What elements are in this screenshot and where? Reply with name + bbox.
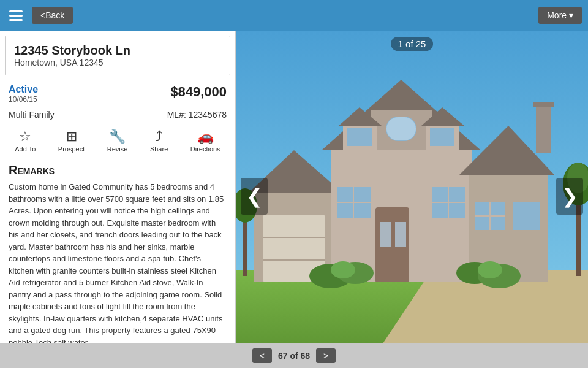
property-type: Multi Family (9, 110, 55, 120)
more-button[interactable]: More ▾ (538, 7, 582, 24)
price: $849,000 (170, 84, 227, 100)
share-icon: ⤴ (156, 130, 162, 144)
status-date: 10/06/15 (9, 95, 38, 104)
ml-number: ML#: 12345678 (167, 110, 227, 120)
status-badge: Active (9, 84, 38, 95)
photo-panel: 1 of 25 ❮ ❯ (236, 31, 588, 362)
add-to-label: Add To (15, 145, 36, 153)
wrench-icon: 🔧 (109, 130, 126, 144)
svg-rect-19 (347, 128, 372, 146)
back-button[interactable]: <Back (32, 7, 73, 24)
pagination-footer: < 67 of 68 > (0, 343, 588, 368)
prospect-button[interactable]: ⊞ Prospect (58, 130, 85, 153)
photo-counter: 1 of 25 (391, 37, 434, 51)
share-button[interactable]: ⤴ Share (150, 130, 168, 153)
svg-point-42 (478, 261, 502, 278)
address-block: 12345 Storybook Ln Hometown, USA 12345 (5, 36, 230, 75)
remarks-title: Remarks (9, 163, 227, 177)
directions-label: Directions (190, 145, 221, 153)
svg-rect-16 (533, 102, 554, 107)
prospect-label: Prospect (58, 145, 85, 153)
svg-rect-46 (243, 215, 247, 276)
ml-value: 12345678 (189, 110, 227, 120)
share-label: Share (150, 145, 168, 153)
prospect-icon: ⊞ (66, 130, 77, 144)
photo-next-button[interactable]: ❯ (556, 178, 583, 215)
address-city: Hometown, USA 12345 (14, 58, 221, 67)
ml-label: ML#: (167, 110, 186, 120)
add-to-button[interactable]: ☆ Add To (15, 130, 36, 153)
type-row: Multi Family ML#: 12345678 (0, 107, 235, 125)
action-bar: ☆ Add To ⊞ Prospect 🔧 Revise ⤴ Share 🚗 D… (0, 125, 235, 158)
page-indicator: 67 of 68 (278, 351, 310, 361)
page-prev-button[interactable]: < (252, 348, 272, 363)
svg-rect-24 (380, 222, 391, 247)
main-layout: 12345 Storybook Ln Hometown, USA 12345 A… (0, 31, 588, 362)
svg-rect-12 (386, 117, 416, 140)
directions-button[interactable]: 🚗 Directions (190, 130, 221, 153)
revise-label: Revise (107, 145, 128, 153)
status-row: Active 10/06/15 $849,000 (0, 80, 235, 107)
directions-icon: 🚗 (197, 130, 214, 144)
svg-rect-26 (375, 207, 409, 221)
remarks-section: Remarks Custom home in Gated Community h… (0, 158, 235, 362)
photo-prev-button[interactable]: ❮ (241, 178, 268, 215)
house-illustration (236, 31, 588, 362)
menu-icon[interactable] (6, 7, 26, 24)
svg-rect-15 (536, 104, 551, 153)
svg-point-41 (331, 261, 355, 278)
svg-rect-22 (430, 128, 454, 146)
page-next-button[interactable]: > (316, 348, 336, 363)
star-icon: ☆ (19, 130, 31, 144)
revise-button[interactable]: 🔧 Revise (107, 130, 128, 153)
app-header: <Back More ▾ (0, 0, 588, 31)
svg-rect-25 (395, 222, 406, 247)
remarks-text: Custom home in Gated Community has 5 bed… (9, 181, 227, 348)
address-street: 12345 Storybook Ln (14, 44, 221, 58)
svg-rect-34 (513, 202, 540, 230)
left-panel: 12345 Storybook Ln Hometown, USA 12345 A… (0, 31, 236, 362)
